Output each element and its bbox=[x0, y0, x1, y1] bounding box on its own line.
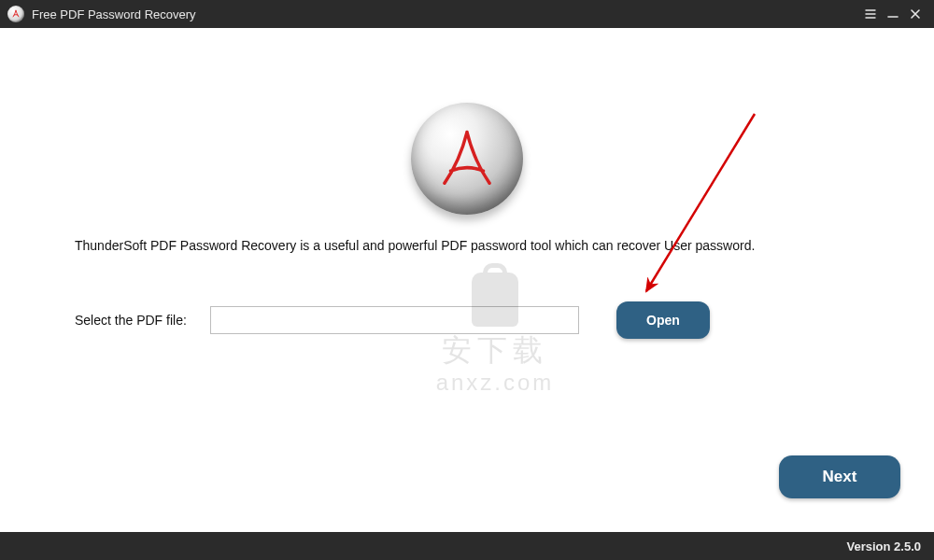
main-content: ThunderSoft PDF Password Recovery is a u… bbox=[0, 28, 934, 532]
watermark-text-cn: 安下载 bbox=[369, 330, 621, 371]
version-label: Version 2.5.0 bbox=[847, 539, 922, 553]
menu-button[interactable] bbox=[859, 0, 882, 28]
close-button[interactable] bbox=[904, 0, 927, 28]
minimize-button[interactable] bbox=[882, 0, 904, 28]
app-logo bbox=[0, 103, 934, 215]
next-button[interactable]: Next bbox=[779, 455, 900, 498]
app-icon bbox=[7, 6, 24, 22]
file-select-row: Select the PDF file: bbox=[75, 306, 579, 334]
description-text: ThunderSoft PDF Password Recovery is a u… bbox=[75, 238, 755, 253]
file-select-label: Select the PDF file: bbox=[75, 313, 210, 328]
pdf-orb-icon bbox=[411, 103, 523, 215]
open-button[interactable]: Open bbox=[616, 301, 710, 339]
status-bar: Version 2.5.0 bbox=[0, 532, 934, 560]
title-bar: Free PDF Password Recovery bbox=[0, 0, 934, 28]
app-title: Free PDF Password Recovery bbox=[32, 7, 196, 21]
watermark: 安下载 anxz.com bbox=[369, 273, 621, 396]
pdf-file-input[interactable] bbox=[210, 306, 579, 334]
watermark-text-en: anxz.com bbox=[369, 370, 621, 396]
